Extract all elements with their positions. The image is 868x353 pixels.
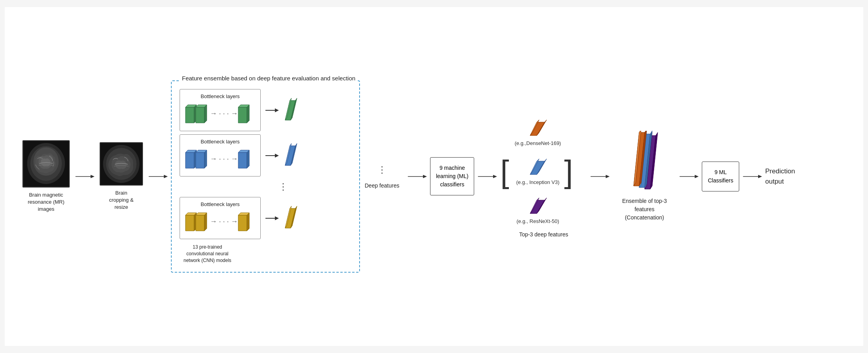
- prediction-output: Prediction output: [765, 166, 795, 186]
- ensemble-title: Feature ensemble based on deep feature e…: [180, 75, 358, 82]
- svg-marker-31: [204, 150, 207, 168]
- svg-marker-81: [695, 175, 699, 178]
- deep-features-area: ⋮ Deep features: [360, 164, 404, 189]
- svg-marker-22: [275, 108, 279, 112]
- top3-item-1: (e.g.,DenseNet-169): [515, 119, 561, 146]
- concat-label: Ensemble of top-3 features (Concatenatio…: [613, 197, 676, 222]
- mr-label: Brain magnetic resonance (MR) images: [28, 191, 64, 213]
- svg-marker-66: [530, 200, 545, 214]
- ensemble-box: Feature ensemble based on deep feature e…: [171, 80, 360, 272]
- bottleneck-label-1: Bottleneck layers: [201, 93, 240, 99]
- svg-marker-59: [493, 175, 497, 178]
- cnn-block-2: Bottleneck layers: [180, 134, 261, 176]
- prediction-label: Prediction output: [765, 166, 795, 186]
- ml-classifiers-box-2: 9 ML Classifiers: [702, 162, 739, 191]
- layer-row-1: → · · · →: [185, 103, 256, 127]
- svg-marker-16: [204, 105, 207, 123]
- svg-marker-41: [185, 215, 194, 231]
- crop-image: [100, 142, 143, 186]
- top3-label-3: (e.g., ResNeXt-50): [516, 218, 559, 224]
- svg-marker-44: [196, 215, 204, 231]
- arrow-1: [72, 171, 98, 182]
- arrow-4: [474, 171, 500, 182]
- svg-marker-70: [606, 175, 610, 178]
- svg-marker-63: [530, 161, 545, 175]
- concat-section: Ensemble of top-3 features (Concatenatio…: [613, 131, 676, 222]
- cnn-row-3: Bottleneck layers: [180, 197, 351, 239]
- svg-marker-26: [185, 152, 194, 168]
- crop-section: Brain cropping & resize: [98, 142, 145, 211]
- ml-classifiers-label: 9 machine learning (ML) classifiers: [436, 165, 468, 188]
- arrow-7: [739, 171, 765, 182]
- svg-text:→ · · · →: → · · · →: [210, 155, 238, 163]
- arrow-6: [676, 171, 702, 182]
- crop-label: Brain cropping & resize: [109, 190, 134, 211]
- svg-marker-46: [204, 213, 207, 231]
- svg-marker-33: [238, 152, 247, 168]
- top3-label: Top-3 deep features: [500, 231, 587, 238]
- svg-marker-10: [164, 175, 168, 178]
- svg-marker-14: [196, 107, 204, 123]
- top3-item-3: (e.g., ResNeXt-50): [515, 197, 561, 224]
- svg-marker-5: [91, 175, 95, 178]
- svg-marker-52: [275, 216, 279, 220]
- bottleneck-label-3: Bottleneck layers: [201, 201, 240, 207]
- deep-features-label: Deep features: [365, 182, 399, 189]
- svg-marker-83: [758, 175, 762, 178]
- cnn-row-1: Bottleneck layers: [180, 89, 351, 131]
- svg-marker-60: [530, 122, 545, 136]
- top3-items: (e.g.,DenseNet-169) (e.g., Inception V3): [515, 115, 561, 228]
- arrow-3: [404, 171, 430, 182]
- cnn-label: 13 pre-trained convolutional neural netw…: [184, 244, 231, 264]
- main-container: Brain magnetic resonance (MR) images: [5, 7, 863, 346]
- top3-label-1: (e.g.,DenseNet-169): [515, 140, 561, 146]
- svg-marker-29: [196, 152, 204, 168]
- dots-row: ⋮: [180, 180, 351, 194]
- svg-marker-35: [247, 150, 249, 168]
- svg-marker-20: [247, 105, 249, 123]
- layer-row-3: → · · · →: [185, 211, 256, 235]
- mr-image-section: Brain magnetic resonance (MR) images: [20, 140, 72, 213]
- svg-marker-37: [275, 154, 279, 158]
- mr-image: [22, 140, 70, 188]
- svg-marker-48: [238, 215, 247, 231]
- left-bracket: [: [500, 156, 509, 188]
- svg-marker-57: [423, 175, 427, 178]
- layer-row-2: → · · · →: [185, 149, 256, 172]
- arrow-2: [145, 171, 171, 182]
- top3-section: [ (e.g.,DenseNet-169): [500, 115, 587, 238]
- right-bracket: ]: [564, 156, 573, 188]
- ml-classifiers-box: 9 machine learning (ML) classifiers: [430, 157, 474, 195]
- svg-text:→ · · · →: → · · · →: [210, 217, 238, 225]
- svg-text:→ · · · →: → · · · →: [210, 110, 238, 117]
- svg-marker-18: [238, 107, 247, 123]
- arrow-5: [587, 171, 613, 182]
- vertical-dots: ⋮: [377, 164, 387, 175]
- top3-label-2: (e.g., Inception V3): [516, 179, 560, 185]
- cnn-row-2: Bottleneck layers: [180, 134, 351, 176]
- ml-classifiers2-label: 9 ML Classifiers: [708, 169, 733, 184]
- svg-marker-11: [185, 107, 194, 123]
- cnn-block-1: Bottleneck layers: [180, 89, 261, 131]
- cnn-block-3: Bottleneck layers: [180, 197, 261, 239]
- flow-wrapper: Brain magnetic resonance (MR) images: [20, 80, 848, 272]
- svg-marker-50: [247, 213, 249, 231]
- bracket-wrapper: [ (e.g.,DenseNet-169): [500, 115, 573, 228]
- bottleneck-label-2: Bottleneck layers: [201, 139, 240, 145]
- top3-item-2: (e.g., Inception V3): [515, 158, 561, 185]
